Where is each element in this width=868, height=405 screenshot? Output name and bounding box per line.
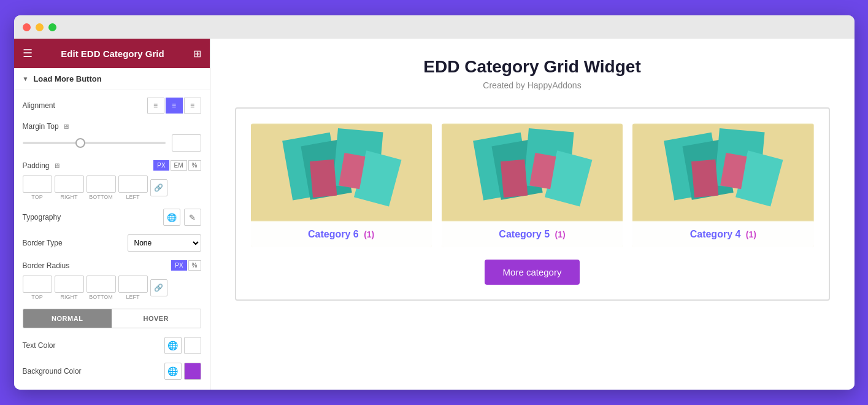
- bg-color-controls: 🌐: [164, 363, 201, 380]
- titlebar: [14, 15, 855, 39]
- br-bottom-label: BOTTOM: [89, 294, 112, 300]
- category-name-2: Category 5: [499, 229, 550, 239]
- br-top-field: 8 TOP: [23, 276, 52, 300]
- margin-top-slider-container: 40: [23, 134, 201, 152]
- category-label-2: Category 5 (1): [442, 222, 623, 247]
- margin-top-label-row: Margin Top 🖥: [23, 122, 201, 131]
- category-count-1: (1): [364, 230, 374, 239]
- controls-panel: Alignment ≡ ≡ ≡ Margin Top 🖥: [14, 90, 210, 387]
- svg-rect-19: [691, 160, 718, 198]
- more-category-button[interactable]: More category: [485, 260, 580, 285]
- padding-right-label: RIGHT: [61, 194, 78, 200]
- padding-responsive-icon: 🖥: [53, 162, 60, 169]
- br-right-input[interactable]: 8: [55, 276, 84, 293]
- link-padding-button[interactable]: 🔗: [150, 179, 167, 196]
- padding-bottom-label: BOTTOM: [89, 194, 112, 200]
- grid-icon[interactable]: ⊞: [193, 48, 201, 60]
- text-color-row: Text Color 🌐: [23, 337, 201, 354]
- alignment-buttons: ≡ ≡ ≡: [147, 98, 201, 114]
- maximize-dot[interactable]: [48, 23, 56, 31]
- em-unit-button[interactable]: EM: [171, 160, 187, 171]
- padding-top-input[interactable]: 15: [23, 176, 52, 193]
- category-card-3[interactable]: Category 4 (1): [632, 123, 813, 247]
- svg-rect-12: [501, 160, 528, 198]
- window-body: ☰ Edit EDD Category Grid ⊞ ▼ Load More B…: [14, 39, 855, 390]
- category-name-1: Category 6: [308, 229, 359, 239]
- padding-bottom-input[interactable]: 15: [86, 176, 116, 193]
- hamburger-icon[interactable]: ☰: [23, 47, 33, 60]
- br-right-label: RIGHT: [61, 294, 78, 300]
- category-count-2: (1): [555, 230, 566, 239]
- page-subtitle: Created by HappyAddons: [483, 80, 581, 90]
- padding-left-input[interactable]: 15: [118, 176, 148, 193]
- padding-section: Padding 🖥 PX EM % 15 TOP: [23, 160, 201, 200]
- app-window: ☰ Edit EDD Category Grid ⊞ ▼ Load More B…: [14, 15, 855, 390]
- category-count-3: (1): [746, 230, 756, 239]
- unit-buttons: PX EM %: [153, 160, 201, 171]
- edit-typography-button[interactable]: ✎: [184, 209, 201, 226]
- collapse-arrow-icon: ▼: [23, 75, 29, 82]
- border-radius-inputs: 8 TOP 8 RIGHT 8 BOTTOM 8: [23, 276, 201, 300]
- margin-top-slider[interactable]: [23, 142, 166, 144]
- svg-rect-5: [309, 160, 336, 198]
- sidebar-title: Edit EDD Category Grid: [40, 48, 186, 59]
- category-svg-2: [442, 123, 623, 222]
- margin-top-value-input[interactable]: 40: [172, 134, 201, 152]
- align-center-button[interactable]: ≡: [166, 98, 183, 114]
- category-name-3: Category 4: [690, 229, 741, 239]
- text-color-swatch[interactable]: [184, 337, 201, 354]
- align-left-button[interactable]: ≡: [147, 98, 164, 114]
- padding-right-field: 15 RIGHT: [55, 176, 84, 200]
- normal-tab[interactable]: NORMAL: [23, 309, 112, 328]
- border-radius-section: Border Radius PX % 8 TOP 8 RI: [23, 260, 201, 300]
- br-top-label: TOP: [31, 294, 42, 300]
- margin-top-row: Margin Top 🖥 40: [23, 122, 201, 152]
- px-unit-button[interactable]: PX: [153, 160, 169, 171]
- br-right-field: 8 RIGHT: [55, 276, 84, 300]
- br-bottom-input[interactable]: 8: [86, 276, 116, 293]
- hover-tab[interactable]: HOVER: [112, 309, 201, 328]
- br-px-button[interactable]: PX: [171, 260, 186, 271]
- category-image-1: [251, 123, 432, 222]
- link-br-button[interactable]: 🔗: [150, 279, 167, 296]
- alignment-row: Alignment ≡ ≡ ≡: [23, 98, 201, 114]
- close-dot[interactable]: [23, 23, 31, 31]
- bg-color-swatch[interactable]: [184, 363, 201, 380]
- bg-color-globe-button[interactable]: 🌐: [164, 363, 182, 380]
- border-type-select[interactable]: None: [128, 234, 201, 252]
- br-left-input[interactable]: 8: [118, 276, 148, 293]
- percent-unit-button[interactable]: %: [188, 160, 201, 171]
- category-card-2[interactable]: Category 5 (1): [442, 123, 623, 247]
- category-image-2: [442, 123, 623, 222]
- main-content: EDD Category Grid Widget Created by Happ…: [210, 39, 855, 390]
- br-left-field: 8 LEFT: [118, 276, 148, 300]
- br-top-input[interactable]: 8: [23, 276, 52, 293]
- padding-right-input[interactable]: 15: [55, 176, 84, 193]
- category-svg-3: [632, 123, 813, 222]
- text-color-globe-button[interactable]: 🌐: [164, 337, 182, 354]
- sidebar: ☰ Edit EDD Category Grid ⊞ ▼ Load More B…: [14, 39, 210, 390]
- section-header[interactable]: ▼ Load More Button: [14, 68, 210, 90]
- br-bottom-field: 8 BOTTOM: [86, 276, 116, 300]
- align-right-button[interactable]: ≡: [184, 98, 201, 114]
- section-label: Load More Button: [33, 74, 101, 83]
- padding-top-label: TOP: [31, 194, 42, 200]
- padding-bottom-field: 15 BOTTOM: [86, 176, 116, 200]
- minimize-dot[interactable]: [36, 23, 44, 31]
- padding-left-label: LEFT: [126, 194, 139, 200]
- typography-row: Typography 🌐 ✎: [23, 209, 201, 226]
- sidebar-header: ☰ Edit EDD Category Grid ⊞: [14, 39, 210, 68]
- category-card-1[interactable]: Category 6 (1): [251, 123, 432, 247]
- category-label-1: Category 6 (1): [251, 222, 432, 247]
- text-color-label: Text Color: [23, 341, 56, 350]
- br-left-label: LEFT: [126, 294, 139, 300]
- typography-label: Typography: [23, 213, 61, 222]
- br-percent-button[interactable]: %: [188, 260, 201, 271]
- padding-top-field: 15 TOP: [23, 176, 52, 200]
- margin-top-label: Margin Top 🖥: [23, 122, 69, 131]
- category-svg-1: [251, 123, 432, 222]
- padding-header: Padding 🖥 PX EM %: [23, 160, 201, 171]
- padding-inputs: 15 TOP 15 RIGHT 15 BOTTOM 15: [23, 176, 201, 200]
- typography-icons: 🌐 ✎: [163, 209, 201, 226]
- globe-typography-button[interactable]: 🌐: [163, 209, 180, 226]
